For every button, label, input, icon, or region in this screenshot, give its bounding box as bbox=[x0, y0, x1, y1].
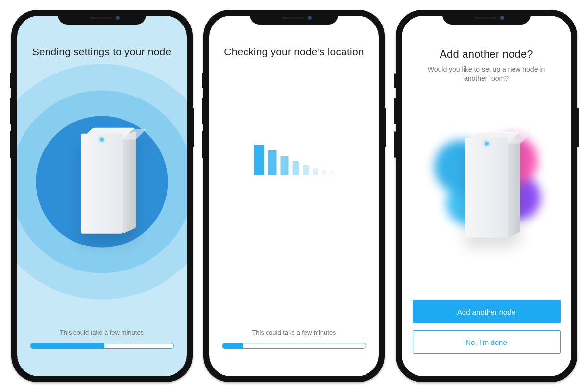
sending-title: Sending settings to your node bbox=[32, 46, 172, 58]
checking-progress-fill bbox=[222, 343, 243, 348]
checking-title: Checking your node's location bbox=[224, 46, 364, 58]
sending-hint: This could take a few minutes bbox=[60, 329, 144, 336]
phone-add: Add another node? Would you like to set … bbox=[396, 10, 577, 382]
screen-sending: Sending settings to your node This could… bbox=[17, 16, 187, 376]
sending-progress-fill bbox=[30, 343, 105, 348]
phone-sending: Sending settings to your node This could… bbox=[11, 10, 193, 382]
checking-progress bbox=[222, 343, 366, 349]
screen-checking: Checking your node's location This could… bbox=[209, 16, 379, 376]
phone-checking: Checking your node's location This could… bbox=[203, 10, 385, 382]
no-im-done-button[interactable]: No, I'm done bbox=[413, 330, 561, 354]
add-title: Add another node? bbox=[440, 48, 533, 61]
add-subtitle: Would you like to set up a new node in a… bbox=[416, 65, 557, 83]
node-device-icon bbox=[81, 134, 123, 234]
signal-bars-icon bbox=[254, 145, 334, 175]
node-device-icon bbox=[466, 137, 508, 237]
screen-add: Add another node? Would you like to set … bbox=[402, 16, 571, 376]
checking-hint: This could take a few minutes bbox=[252, 329, 336, 336]
sending-progress bbox=[30, 343, 174, 349]
add-another-node-button[interactable]: Add another node bbox=[413, 300, 561, 323]
